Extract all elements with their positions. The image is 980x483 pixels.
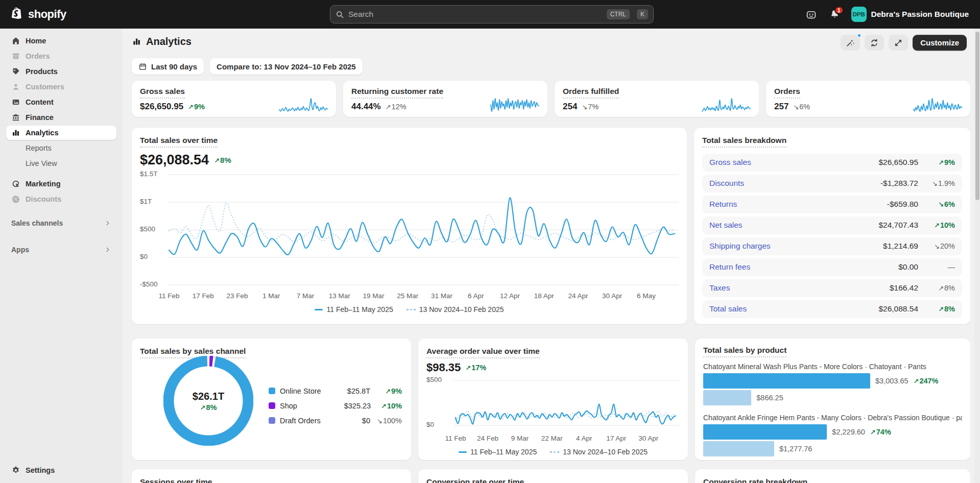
- chart-title[interactable]: Average order value over time: [426, 347, 540, 358]
- scrollbar-thumb[interactable]: [975, 32, 979, 200]
- search-input[interactable]: Search CTRL K: [330, 5, 654, 23]
- sidebar-item-settings[interactable]: Settings: [6, 463, 116, 478]
- sidebar-item-analytics[interactable]: Analytics: [6, 126, 116, 140]
- sidebar-item-discounts[interactable]: Discounts: [6, 192, 116, 206]
- sidebar-item-products[interactable]: Products: [6, 64, 116, 79]
- channel-row-shop: Shop $325.23 ↗10%: [269, 398, 402, 413]
- breakdown-row: Shipping charges$1,214.69↘20%: [702, 237, 962, 255]
- chart-title[interactable]: Total sales by product: [703, 346, 786, 357]
- sidebar-item-customers[interactable]: Customers: [6, 80, 116, 94]
- breakdown-link[interactable]: Return fees: [709, 262, 898, 272]
- y-tick-label: $500: [140, 225, 162, 233]
- calendar-icon: [138, 62, 147, 71]
- breakdown-row: Returns-$659.80↘6%: [702, 196, 962, 213]
- sidebar-item-reports[interactable]: Reports: [6, 141, 116, 155]
- metric-card-orders[interactable]: Orders 257 ↘6%: [766, 81, 970, 117]
- breakdown-delta: ↘1.9%: [918, 179, 955, 187]
- total-sales-over-time-card: Total sales over time $26,088.54 ↗8% $1.…: [132, 128, 687, 324]
- date-range-button[interactable]: Last 90 days: [132, 58, 204, 75]
- fullscreen-button[interactable]: [889, 35, 908, 51]
- sidebar-section-sales-channels[interactable]: Sales channels: [6, 216, 116, 230]
- main-content: Analytics Customize Last 90 days Compare…: [123, 29, 980, 483]
- finance-bank-icon: [11, 113, 20, 122]
- sparkline-chart: [913, 97, 962, 112]
- breakdown-value: $0.00: [898, 262, 918, 272]
- chart-title[interactable]: Total sales breakdown: [702, 136, 786, 148]
- breakdown-link[interactable]: Gross sales: [709, 158, 878, 167]
- breakdown-link[interactable]: Taxes: [709, 283, 890, 293]
- channel-label: Online Store: [280, 387, 345, 395]
- sidebar-item-home[interactable]: Home: [6, 34, 116, 48]
- legend-previous-period: 13 Nov 2024–10 Feb 2025: [550, 448, 648, 456]
- sidebar-item-label: Orders: [26, 52, 50, 60]
- notification-badge: 1: [834, 6, 844, 14]
- breakdown-link[interactable]: Shipping charges: [709, 242, 883, 251]
- metric-delta: ↗12%: [386, 103, 407, 111]
- channel-label: Shop: [280, 402, 344, 410]
- chart-title[interactable]: Sessions over time: [140, 477, 212, 483]
- plot-area: [168, 171, 679, 293]
- metric-value: 44.44%: [351, 102, 381, 112]
- x-axis-labels: 11 Feb17 Feb23 Feb1 Mar7 Mar13 Mar19 Mar…: [168, 292, 679, 301]
- customize-button[interactable]: Customize: [913, 35, 967, 51]
- sidebar-item-marketing[interactable]: Marketing: [6, 177, 116, 191]
- sidebar-item-label: Customers: [26, 83, 64, 91]
- breakdown-link[interactable]: Net sales: [709, 221, 878, 230]
- page-title: Analytics: [146, 36, 192, 47]
- y-axis-labels: $500$0: [426, 376, 449, 433]
- series-line: [169, 203, 675, 243]
- sidekick-assistant-button[interactable]: [802, 5, 821, 23]
- new-feature-dot: [857, 33, 862, 38]
- breakdown-row: Discounts-$1,283.72↘1.9%: [702, 175, 962, 192]
- shopify-bag-icon: [10, 7, 25, 22]
- legend-label: 13 Nov 2024–10 Feb 2025: [419, 305, 504, 313]
- chart-title[interactable]: Total sales over time: [140, 136, 218, 148]
- insights-wand-button[interactable]: [841, 35, 860, 51]
- marketing-icon: [11, 179, 20, 188]
- store-menu[interactable]: DPB Debra's Passion Boutique: [849, 5, 973, 24]
- product-previous-value: $866.25: [756, 394, 783, 402]
- expand-arrows-icon: [894, 38, 903, 47]
- metric-card-gross-sales[interactable]: Gross sales $26,650.95 ↗9%: [132, 81, 336, 117]
- metric-delta: ↘6%: [793, 103, 810, 111]
- breakdown-value: $24,707.43: [878, 221, 918, 230]
- channel-delta: ↗9%: [370, 387, 402, 395]
- sidebar-section-apps[interactable]: Apps: [6, 243, 116, 256]
- breakdown-link[interactable]: Returns: [709, 200, 887, 209]
- sidebar-item-finance[interactable]: Finance: [6, 110, 116, 125]
- product-current-value: $2,229.60: [832, 428, 865, 436]
- sales-by-channel-card: Total sales by sales channel $26.1T ↗8% …: [132, 339, 411, 460]
- y-tick-label: $500: [426, 376, 449, 383]
- dotted-line-swatch: [550, 451, 559, 453]
- content-icon: [11, 98, 20, 107]
- chart-title[interactable]: Conversion rate over time: [426, 477, 524, 483]
- page-scrollbar[interactable]: [974, 29, 980, 483]
- channel-value: $25.8T: [345, 387, 370, 395]
- breakdown-value: -$1,283.72: [880, 179, 918, 188]
- refresh-data-button[interactable]: [865, 35, 884, 51]
- solid-line-swatch: [459, 451, 467, 453]
- orders-icon: [11, 52, 20, 61]
- sidebar-item-live-view[interactable]: Live View: [6, 156, 116, 171]
- shopify-logo[interactable]: shopify: [10, 7, 66, 22]
- series-line: [456, 404, 676, 424]
- filter-row: Last 90 days Compare to: 13 Nov 2024–10 …: [132, 58, 363, 75]
- chevron-right-icon: [104, 220, 111, 227]
- channel-delta: ↘100%: [370, 417, 402, 425]
- sparkline-chart: [490, 97, 539, 112]
- metric-card-orders-fulfilled[interactable]: Orders fulfilled 254 ↘7%: [555, 81, 759, 117]
- sidebar-item-content[interactable]: Content: [6, 95, 116, 109]
- breakdown-row: Total sales$26,088.54↗8%: [702, 300, 962, 318]
- notifications-button[interactable]: 1: [826, 5, 844, 23]
- breakdown-link[interactable]: Discounts: [709, 179, 880, 188]
- metric-value: 257: [774, 102, 788, 112]
- chart-title[interactable]: Conversion rate breakdown: [703, 477, 807, 483]
- sidebar-item-orders[interactable]: Orders: [6, 49, 116, 63]
- y-tick-label: $1T: [140, 198, 162, 205]
- series-line: [169, 198, 675, 255]
- analytics-bars-icon: [11, 128, 20, 137]
- search-icon: [336, 10, 344, 19]
- breakdown-link[interactable]: Total sales: [709, 304, 878, 313]
- compare-to-button[interactable]: Compare to: 13 Nov 2024–10 Feb 2025: [210, 58, 363, 75]
- metric-card-returning-customer-rate[interactable]: Returning customer rate 44.44% ↗12%: [343, 81, 547, 117]
